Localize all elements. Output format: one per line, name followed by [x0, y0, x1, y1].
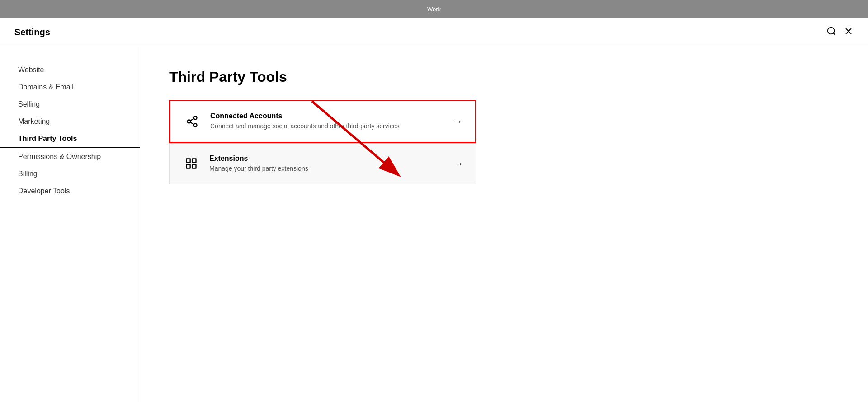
connected-accounts-arrow: →	[453, 116, 462, 126]
sidebar-item-selling[interactable]: Selling	[0, 96, 140, 113]
header: Settings	[0, 18, 868, 47]
connected-accounts-icon	[183, 112, 201, 131]
sidebar: Website Domains & Email Selling Marketin…	[0, 47, 140, 402]
extensions-icon	[182, 154, 200, 173]
extensions-title: Extensions	[209, 154, 447, 163]
close-icon[interactable]	[844, 26, 854, 38]
main-content: Third Party Tools Connected	[140, 47, 868, 402]
header-title: Settings	[14, 27, 50, 37]
svg-rect-11	[187, 159, 190, 163]
section-title: Third Party Tools	[169, 69, 839, 85]
top-bar-label: Work	[427, 6, 441, 13]
sidebar-item-third-party-tools[interactable]: Third Party Tools	[0, 130, 140, 148]
search-icon[interactable]	[826, 26, 836, 38]
settings-window: Settings Website Domains & Email Selling	[0, 18, 868, 402]
connected-accounts-description: Connect and manage social accounts and o…	[210, 122, 446, 131]
connected-accounts-card[interactable]: Connected Accounts Connect and manage so…	[169, 100, 476, 143]
sidebar-item-domains-email[interactable]: Domains & Email	[0, 79, 140, 96]
cards-container: Connected Accounts Connect and manage so…	[169, 100, 476, 184]
svg-rect-12	[192, 159, 196, 163]
connected-accounts-text: Connected Accounts Connect and manage so…	[210, 112, 446, 131]
connected-accounts-title: Connected Accounts	[210, 112, 446, 120]
sidebar-item-website[interactable]: Website	[0, 61, 140, 79]
sidebar-item-billing[interactable]: Billing	[0, 165, 140, 182]
header-actions	[826, 26, 854, 38]
sidebar-item-permissions-ownership[interactable]: Permissions & Ownership	[0, 148, 140, 165]
extensions-description: Manage your third party extensions	[209, 164, 447, 173]
top-bar: Work	[0, 0, 868, 18]
sidebar-item-marketing[interactable]: Marketing	[0, 113, 140, 130]
svg-line-10	[190, 118, 194, 121]
svg-rect-13	[192, 165, 196, 168]
sidebar-item-developer-tools[interactable]: Developer Tools	[0, 182, 140, 200]
extensions-arrow: →	[454, 159, 463, 169]
svg-rect-14	[187, 165, 190, 168]
svg-line-1	[833, 33, 835, 35]
extensions-text: Extensions Manage your third party exten…	[209, 154, 447, 173]
svg-line-9	[190, 122, 194, 125]
body: Website Domains & Email Selling Marketin…	[0, 47, 868, 402]
extensions-card[interactable]: Extensions Manage your third party exten…	[169, 143, 476, 185]
